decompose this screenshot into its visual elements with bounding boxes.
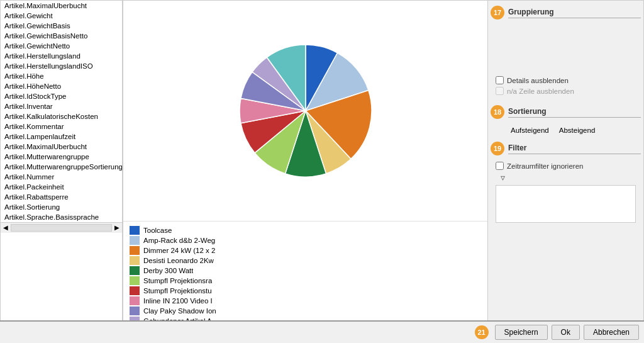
- legend-area: ToolcaseAmp-Rack d&b 2-WegDimmer 24 kW (…: [123, 221, 487, 330]
- legend-color-box: [130, 236, 140, 245]
- legend-item: Derby 300 Watt: [130, 266, 481, 276]
- grouping-header: 17 Gruppierung: [491, 6, 641, 20]
- field-item[interactable]: Artikel.Lampenlaufzeit: [1, 132, 122, 142]
- field-item[interactable]: Artikel.KalkulatorischeKosten: [1, 111, 122, 121]
- legend-item: Desisti Leonardo 2Kw: [130, 256, 481, 266]
- field-item[interactable]: Artikel.HerstellungslandISO: [1, 61, 122, 71]
- main-container: Artikel.MaximalUberbuchtArtikel.GewichtA…: [0, 0, 644, 343]
- filter-textarea[interactable]: [496, 185, 636, 223]
- legend-item: Amp-Rack d&b 2-Weg: [130, 235, 481, 245]
- pie-chart: [236, 42, 375, 180]
- center-panel: ToolcaseAmp-Rack d&b 2-WegDimmer 24 kW (…: [123, 0, 488, 343]
- field-item[interactable]: Artikel.Inventar: [1, 101, 122, 111]
- field-item[interactable]: Artikel.Kommentar: [1, 121, 122, 132]
- field-item[interactable]: Artikel.Sortierung: [1, 202, 122, 212]
- field-item[interactable]: Artikel.Nummer: [1, 172, 122, 182]
- field-list: Artikel.MaximalUberbuchtArtikel.GewichtA…: [1, 1, 122, 222]
- legend-label: Desisti Leonardo 2Kw: [143, 257, 214, 264]
- time-filter-checkbox[interactable]: [496, 162, 504, 170]
- legend-color-box: [130, 306, 140, 315]
- field-item[interactable]: Artikel.MaximalUberbucht: [1, 142, 122, 152]
- filter-icon: ▿: [501, 172, 636, 183]
- details-label: Details ausblenden: [507, 77, 569, 84]
- field-item[interactable]: Artikel.Höhe: [1, 71, 122, 81]
- right-panel: 17 Gruppierung Details ausblenden n/a Ze…: [488, 0, 644, 343]
- left-panel-scrollbar: ◀ ▶: [1, 222, 122, 233]
- bottom-bar: 21 Speichern Ok Abbrechen: [0, 320, 644, 343]
- legend-color-box: [130, 286, 140, 295]
- legend-color-box: [130, 256, 140, 265]
- grouping-content: Details ausblenden n/a Zeile ausblenden: [491, 23, 641, 103]
- ok-button[interactable]: Ok: [552, 325, 580, 340]
- scroll-right-arrow[interactable]: ▶: [114, 224, 119, 232]
- sorting-badge: 18: [491, 105, 504, 119]
- scroll-left-arrow[interactable]: ◀: [3, 224, 8, 232]
- field-item[interactable]: Artikel.GewichtBasisNetto: [1, 31, 122, 41]
- field-item[interactable]: Artikel.MutterwarengruppeS­ortierung: [1, 162, 122, 172]
- sorting-title: Sortierung: [508, 107, 641, 118]
- legend-label: Derby 300 Watt: [143, 267, 193, 274]
- time-filter-row: Zeitraumfilter ignorieren: [496, 162, 636, 170]
- legend-color-box: [130, 296, 140, 305]
- grouping-title: Gruppierung: [508, 8, 641, 18]
- legend-item: Inline IN 2100 Video I: [130, 296, 481, 306]
- legend-label: Clay Paky Shadow Ion: [143, 307, 216, 315]
- save-button[interactable]: Speichern: [495, 325, 548, 340]
- field-item[interactable]: Artikel.Sprache.Basissprache: [1, 212, 122, 222]
- legend-label: Inline IN 2100 Video I: [143, 297, 213, 305]
- chart-area: [123, 1, 487, 221]
- na-checkbox[interactable]: [496, 87, 504, 95]
- grouping-badge: 17: [491, 6, 504, 20]
- legend-item: Stumpfl Projektionstu: [130, 286, 481, 296]
- legend-label: Stumpfl Projektionstu: [143, 287, 212, 295]
- legend-color-box: [130, 226, 140, 235]
- na-checkbox-row: n/a Zeile ausblenden: [496, 87, 636, 95]
- filter-title: Filter: [508, 143, 641, 154]
- filter-content: Zeitraumfilter ignorieren ▿: [491, 159, 641, 227]
- sort-buttons: Aufsteigend Absteigend: [508, 127, 641, 134]
- field-item[interactable]: Artikel.IdStockType: [1, 91, 122, 101]
- field-item[interactable]: Artikel.GewichtBasis: [1, 21, 122, 31]
- legend-label: Dimmer 24 kW (12 x 2: [143, 247, 215, 254]
- field-item[interactable]: Artikel.Packeinheit: [1, 182, 122, 192]
- left-panel: Artikel.MaximalUberbuchtArtikel.GewichtA…: [0, 0, 123, 343]
- bottom-badge: 21: [475, 325, 489, 339]
- field-item[interactable]: Artikel.Mutterwarengruppe: [1, 152, 122, 162]
- ascending-btn[interactable]: Aufsteigend: [508, 127, 552, 134]
- field-item[interactable]: Artikel.MaximalUberbucht: [1, 1, 122, 11]
- field-item[interactable]: Artikel.HöheNetto: [1, 81, 122, 91]
- legend-item: Clay Paky Shadow Ion: [130, 306, 481, 316]
- legend-item: Stumpfl Projektionsra: [130, 276, 481, 286]
- cancel-button[interactable]: Abbrechen: [584, 325, 639, 340]
- field-item[interactable]: Artikel.Gewicht: [1, 11, 122, 21]
- field-item[interactable]: Artikel.Rabattsperre: [1, 192, 122, 202]
- legend-item: Dimmer 24 kW (12 x 2: [130, 245, 481, 256]
- field-item[interactable]: Artikel.Herstellungsland: [1, 51, 122, 61]
- legend-label: Stumpfl Projektionsra: [143, 277, 212, 284]
- legend-label: Toolcase: [143, 227, 172, 234]
- field-item[interactable]: Artikel.GewichtNetto: [1, 41, 122, 51]
- sorting-header: 18 Sortierung: [491, 105, 641, 119]
- na-label: n/a Zeile ausblenden: [507, 87, 574, 95]
- legend-item: Toolcase: [130, 225, 481, 235]
- details-checkbox-row: Details ausblenden: [496, 76, 636, 84]
- legend-color-box: [130, 266, 140, 275]
- filter-badge: 19: [491, 142, 504, 155]
- descending-btn[interactable]: Absteigend: [557, 127, 598, 134]
- legend-color-box: [130, 246, 140, 255]
- time-filter-label: Zeitraumfilter ignorieren: [507, 162, 583, 170]
- legend-label: Amp-Rack d&b 2-Weg: [143, 237, 215, 244]
- filter-header: 19 Filter: [491, 142, 641, 155]
- legend-color-box: [130, 276, 140, 285]
- details-checkbox[interactable]: [496, 76, 504, 84]
